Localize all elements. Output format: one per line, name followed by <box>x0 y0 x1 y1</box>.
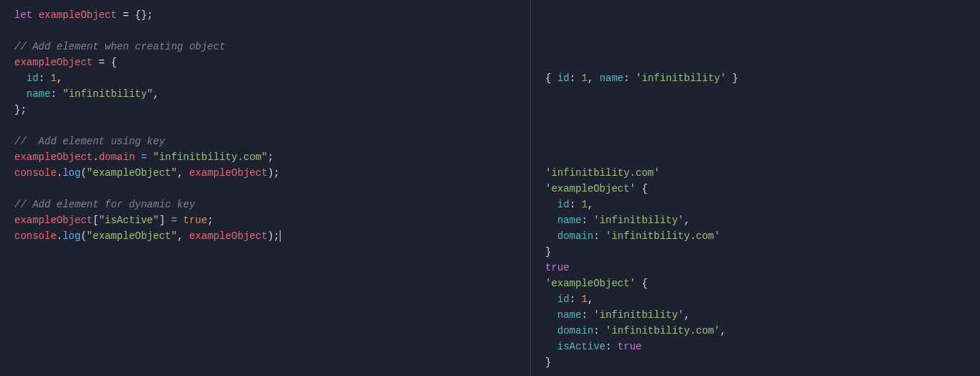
string: 'infinitbility.com' <box>606 325 720 337</box>
operator: = <box>135 151 153 163</box>
code-content[interactable]: let exampleObject = {}; // Add element w… <box>14 7 516 244</box>
comment: // Add element for dynamic key <box>14 199 195 210</box>
colon: : <box>593 230 606 242</box>
comma: , <box>588 293 593 305</box>
console-output-pane[interactable]: { id: 1, name: 'infinitbility' } 'infini… <box>531 0 980 376</box>
identifier: exampleObject <box>39 9 117 21</box>
console: console <box>14 230 57 242</box>
prop: name <box>557 215 582 226</box>
comment: // Add element when creating object <box>14 41 225 52</box>
punct: ; <box>273 167 279 179</box>
string: 'exampleObject' <box>545 183 636 194</box>
indent <box>545 199 557 210</box>
indent <box>545 309 557 321</box>
brace: { <box>636 183 648 194</box>
text-cursor <box>280 230 281 242</box>
string: 'infinitbility' <box>593 215 684 226</box>
comma: , <box>720 325 726 337</box>
split-view: let exampleObject = {}; // Add element w… <box>0 0 980 376</box>
punct: = {}; <box>117 9 153 21</box>
boolean: true <box>183 215 207 226</box>
comma: , <box>684 309 689 321</box>
string: "infinitbility.com" <box>153 151 268 163</box>
punct: ] <box>159 215 165 226</box>
string: 'exampleObject' <box>545 278 636 289</box>
identifier: exampleObject <box>189 230 268 242</box>
brace: { <box>545 72 557 84</box>
punct: . <box>57 230 62 242</box>
brace: { <box>636 278 648 289</box>
prop: name <box>600 72 624 84</box>
spacer <box>545 7 966 70</box>
punct: : <box>50 88 62 100</box>
prop: id <box>557 293 570 305</box>
boolean: true <box>545 262 570 273</box>
indent <box>545 230 557 242</box>
punct: }; <box>14 104 27 116</box>
string: 'infinitbility.com' <box>545 167 660 179</box>
console-line: 'infinitbility.com' 'exampleObject' { id… <box>545 165 966 370</box>
punct: , <box>177 167 189 179</box>
colon: : <box>570 199 582 210</box>
indent <box>545 215 557 226</box>
string: "exampleObject" <box>87 230 177 242</box>
prop: domain <box>557 230 593 242</box>
colon: : <box>570 293 582 305</box>
punct: = { <box>93 57 117 68</box>
colon: : <box>581 215 593 226</box>
string: 'infinitbility' <box>636 72 726 84</box>
colon: : <box>570 72 582 84</box>
identifier: exampleObject <box>14 215 93 226</box>
brace: } <box>545 246 551 258</box>
string: "isActive" <box>99 215 159 226</box>
comma: , <box>684 215 689 226</box>
comment: // Add element using key <box>14 136 165 147</box>
punct: , <box>153 88 159 100</box>
spacer <box>545 86 966 165</box>
prop: domain <box>557 325 593 337</box>
indent <box>545 341 557 352</box>
brace: } <box>545 357 551 368</box>
punct: ; <box>207 215 213 226</box>
console-line: { id: 1, name: 'infinitbility' } <box>545 70 966 86</box>
punct: . <box>93 151 98 163</box>
string: "exampleObject" <box>87 167 177 179</box>
punct: ( <box>80 167 86 179</box>
colon: : <box>581 309 593 321</box>
identifier: exampleObject <box>14 57 93 68</box>
brace: } <box>726 72 738 84</box>
colon: : <box>593 325 606 337</box>
property: id <box>27 72 39 84</box>
number: 1 <box>581 199 587 210</box>
string: "infinitbility" <box>62 88 153 100</box>
prop: id <box>557 72 570 84</box>
indent <box>545 293 557 305</box>
punct: ( <box>80 230 86 242</box>
property: domain <box>99 151 135 163</box>
number: 1 <box>581 293 587 305</box>
punct: , <box>177 230 189 242</box>
operator: = <box>165 215 183 226</box>
prop: isActive <box>557 341 606 352</box>
identifier: exampleObject <box>14 151 93 163</box>
prop: id <box>557 199 570 210</box>
colon: : <box>606 341 618 352</box>
number: 1 <box>581 72 587 84</box>
console: console <box>14 167 57 179</box>
method: log <box>62 167 80 179</box>
keyword-let: let <box>14 9 32 21</box>
punct: . <box>57 167 62 179</box>
code-editor-pane[interactable]: let exampleObject = {}; // Add element w… <box>0 0 531 376</box>
punct: ; <box>268 151 273 163</box>
string: 'infinitbility.com' <box>606 230 720 242</box>
punct: [ <box>93 215 98 226</box>
comma: , <box>588 72 600 84</box>
method: log <box>62 230 80 242</box>
string: 'infinitbility' <box>593 309 684 321</box>
comma: , <box>588 199 593 210</box>
property: name <box>27 88 51 100</box>
punct: : <box>39 72 51 84</box>
prop: name <box>557 309 582 321</box>
boolean: true <box>618 341 642 352</box>
colon: : <box>623 72 636 84</box>
